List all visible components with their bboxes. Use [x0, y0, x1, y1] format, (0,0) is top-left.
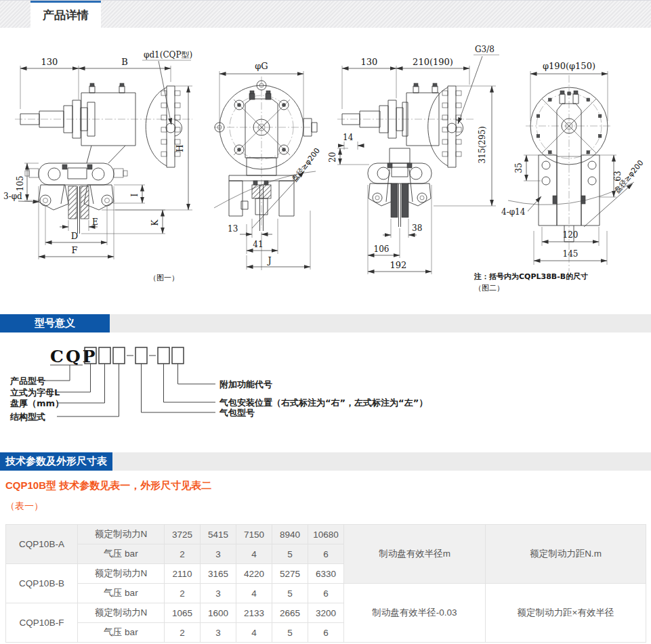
force-label-F: 额定制动力N — [78, 603, 165, 623]
pressure-value: 6 — [308, 623, 344, 643]
pressure-value: 4 — [236, 544, 272, 564]
force-value: 6330 — [308, 564, 344, 584]
force-label-A: 额定制动力N — [78, 525, 165, 544]
force-label-B: 额定制动力N — [78, 564, 165, 584]
fig1-dim-E: E — [92, 217, 98, 227]
fig3-dim-315: 315(295) — [478, 126, 487, 163]
fig4-dim-35: 35 — [514, 163, 524, 173]
force-value: 10680 — [308, 525, 344, 544]
fig4-dim-145: 145 — [563, 249, 579, 259]
force-value: 8940 — [272, 525, 308, 544]
model-cell-A: CQP10B-A — [6, 525, 78, 564]
fig3-dim-106: 106 — [374, 244, 390, 254]
force-value: 4220 — [236, 564, 272, 584]
pressure-value: 6 — [308, 544, 344, 564]
force-value: 2133 — [236, 603, 272, 623]
fig1-dim-K: K — [150, 219, 160, 226]
tab-strip: 产品详情 — [0, 0, 651, 28]
radius-formula-cell: 制动盘有效半径-0.03 — [344, 584, 486, 643]
force-value: 3725 — [165, 525, 201, 544]
tab-product-detail[interactable]: 产品详情 — [30, 1, 101, 28]
section-title-model-meaning: 型号意义 — [0, 314, 110, 332]
fig1-caption: （图一） — [149, 274, 179, 282]
model-cell-B: CQP10B-B — [6, 564, 78, 603]
pressure-value: 5 — [272, 544, 308, 564]
pressure-value: 4 — [236, 623, 272, 643]
pressure-value: 2 — [165, 623, 201, 643]
params-note-model: CQP10B型 — [5, 479, 56, 491]
fig3-note: 注：括号内为CQPL38B-B的尺寸 — [474, 272, 588, 281]
fig4-dim-120: 120 — [563, 230, 579, 240]
pressure-value: 2 — [165, 584, 201, 603]
fig3-caption: （图二） — [474, 284, 504, 293]
pressure-label-F: 气压 bar — [78, 623, 165, 643]
tab-product-detail-label: 产品详情 — [43, 7, 89, 23]
pressure-label-B: 气压 bar — [78, 584, 165, 603]
fig4-front-view: 盘径≥φ200 φ190(φ150) 35 63 4-φ14 120 145 — [501, 61, 646, 272]
model-label-airbag-position: 气包安装位置（右式标注为“右”，左式标注为“左”） — [219, 398, 427, 408]
model-label-airbag-model: 气包型号 — [219, 408, 255, 418]
fig2-front-view: 盘径≥φ200 φG 13 41 J — [214, 61, 322, 270]
torque-formula-cell: 额定制动力距×有效半径 — [486, 584, 646, 643]
section-bar-tech-params: 技术参数及外形尺寸表 — [0, 452, 651, 471]
force-value: 2110 — [165, 564, 201, 584]
pressure-value: 3 — [201, 584, 236, 603]
fig1-dim-H: H — [175, 144, 185, 152]
params-note: CQP10B型 技术参数见表一，外形尺寸见表二 — [5, 479, 651, 492]
fig1-dim-B: B — [121, 57, 128, 67]
fig1-dim-D: D — [71, 231, 78, 241]
model-label-disc-thickness: 盘厚（mm） — [9, 398, 64, 408]
model-cell-F: CQP10B-F — [6, 603, 78, 643]
model-label-product-model: 产品型号 — [9, 376, 45, 386]
table-row: CQP10B-A 额定制动力N 3725 5415 7150 8940 1068… — [6, 525, 646, 544]
force-value: 5415 — [201, 525, 236, 544]
force-value: 1065 — [165, 603, 201, 623]
model-label-extra-function: 附加功能代号 — [219, 379, 272, 389]
fig1-side-view: 130 B φd1(CQP型) H 105 3-φd I K E D — [3, 50, 192, 282]
model-label-structure-type: 结构型式 — [9, 412, 45, 422]
section-bar-model-meaning: 型号意义 — [0, 314, 651, 332]
torque-header-cell: 额定制动力距N.m — [486, 525, 646, 584]
fig1-dim-F: F — [71, 245, 77, 255]
force-value: 2665 — [272, 603, 308, 623]
fig3-dim-210: 210(190) — [413, 57, 453, 67]
fig3-dim-38: 38 — [412, 223, 422, 233]
force-value: 7150 — [236, 525, 272, 544]
fig1-dim-105: 105 — [16, 176, 25, 192]
force-value: 1600 — [201, 603, 236, 623]
model-label-vertical-L: 立式为字母L — [9, 387, 60, 398]
fig2-dim-41: 41 — [253, 240, 263, 249]
fig3-dim-130: 130 — [361, 57, 378, 67]
pressure-value: 5 — [272, 584, 308, 603]
params-table: CQP10B-A 额定制动力N 3725 5415 7150 8940 1068… — [5, 524, 646, 643]
pressure-value: 2 — [165, 544, 201, 564]
section-title-tech-params: 技术参数及外形尺寸表 — [0, 452, 112, 471]
fig1-dim-I: I — [130, 193, 140, 196]
fig1-dim-130: 130 — [41, 57, 58, 67]
fig4-dim-4phi14: 4-φ14 — [501, 207, 526, 217]
fig3-dim-192: 192 — [390, 260, 407, 270]
fig3-side-view: 130 210(190) G3/8 315(295) 14 20 38 106 … — [328, 45, 588, 293]
fig3-dim-14: 14 — [343, 133, 354, 142]
force-value: 5275 — [272, 564, 308, 584]
pressure-value: 4 — [236, 584, 272, 603]
pressure-value: 6 — [308, 584, 344, 603]
params-note-rest: 技术参数见表一，外形尺寸见表二 — [56, 479, 211, 491]
pressure-value: 3 — [201, 623, 236, 643]
radius-header-cell: 制动盘有效半径m — [344, 525, 486, 584]
fig4-dim-phi190: φ190(φ150) — [543, 61, 595, 71]
model-code-diagram: CQP 产品型号 立式为字母L 盘厚（mm） 结构型式 附加功能代号 气包安装位… — [0, 332, 651, 450]
fig3-dim-20: 20 — [328, 152, 337, 162]
pressure-label-A: 气压 bar — [78, 544, 165, 564]
fig2-dim-13: 13 — [228, 224, 238, 234]
pressure-value: 5 — [272, 623, 308, 643]
table-one-tag: （表一） — [5, 500, 651, 513]
fig1-dim-3phid: 3-φd — [3, 192, 22, 201]
force-value: 3200 — [308, 603, 344, 623]
pressure-value: 3 — [201, 544, 236, 564]
fig2-disc-note: 盘径≥φ200 — [290, 146, 322, 184]
fig4-dim-63: 63 — [613, 171, 623, 181]
force-value: 3165 — [201, 564, 236, 584]
table-row: 气压 bar 2 3 4 5 6 制动盘有效半径-0.03 额定制动力距×有效半… — [6, 584, 646, 603]
technical-drawings: 130 B φd1(CQP型) H 105 3-φd I K E D — [0, 28, 651, 314]
